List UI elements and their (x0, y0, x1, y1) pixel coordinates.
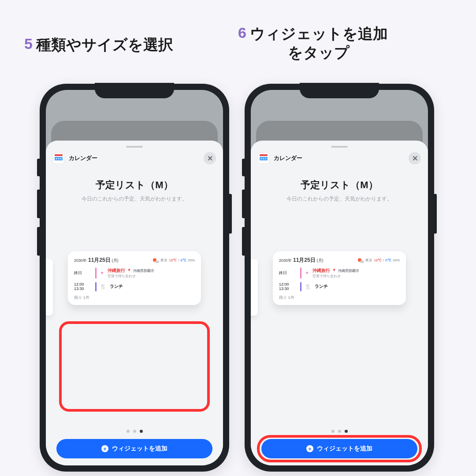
close-button[interactable]: ✕ (204, 152, 216, 164)
page-dot-active (345, 430, 348, 433)
weather-icon (153, 258, 159, 263)
step-number: 6 (238, 24, 246, 41)
previous-widget-peek (251, 259, 258, 316)
event-row: 12:00 13:30 🍴 ランチ (74, 282, 195, 291)
event-body: 沖縄旅行 📍 沖縄県那覇市 空港で待ち合わせ (312, 268, 359, 279)
step-text: ウィジェットを追加 をタップ (250, 24, 388, 62)
add-widget-button[interactable]: + ウィジェットを追加 (56, 439, 212, 458)
sparkle-icon: ✦ (100, 270, 104, 276)
step-6-heading: 6 ウィジェットを追加 をタップ (238, 24, 388, 62)
phone-side-button (434, 194, 437, 234)
plus-circle-icon: + (306, 445, 313, 452)
weather-icon (358, 258, 364, 263)
event-title: 沖縄旅行 📍 沖縄県那覇市 (108, 268, 154, 274)
fork-icon: 🍴 (305, 284, 311, 290)
location-pin-icon: 📍 (127, 269, 131, 273)
plus-circle-icon: + (101, 445, 108, 452)
event-title: 沖縄旅行 📍 沖縄県那覇市 (312, 268, 359, 274)
event-time: 終日 (74, 271, 92, 275)
phone-body: カレンダー ✕ 予定リスト（M） 今日のこれからの予定、天気がわかります。 20… (245, 84, 434, 472)
phone-screen: カレンダー ✕ 予定リスト（M） 今日のこれからの予定、天気がわかります。 20… (251, 90, 428, 465)
sparkle-icon: ✦ (305, 270, 309, 276)
app-name-label: カレンダー (274, 154, 302, 162)
event-time: 12:00 13:30 (74, 282, 92, 291)
calendar-app-icon (53, 152, 64, 164)
page-dot (338, 430, 341, 433)
temp-high: 18℃ (374, 258, 382, 262)
calendar-app-icon (258, 152, 269, 164)
event-row: 12:00 13:30 🍴 ランチ (279, 282, 400, 291)
temp-low: 6℃ (386, 258, 391, 262)
precip: 20% (393, 258, 400, 262)
sheet-header: カレンダー ✕ (251, 152, 428, 171)
event-row: 終日 ✦ 沖縄旅行 📍 沖縄県那覇市 空港で待ち合わせ (279, 268, 400, 279)
page-dot-active (140, 430, 143, 433)
event-time: 終日 (279, 271, 297, 275)
event-body: 沖縄旅行 📍 沖縄県那覇市 空港で待ち合わせ (108, 268, 154, 279)
temp-low: 6℃ (181, 258, 186, 262)
sheet-header: カレンダー ✕ (46, 152, 223, 171)
event-title: ランチ (110, 283, 123, 290)
page-dots[interactable] (251, 430, 428, 433)
preview-weather: 東京 18℃ / 6℃ 20% (153, 258, 195, 263)
phone-mockup-step5: カレンダー ✕ 予定リスト（M） 今日のこれからの予定、天気がわかります。 20… (40, 84, 229, 472)
event-location: 沖縄県那覇市 (133, 268, 154, 273)
event-title: ランチ (315, 283, 328, 290)
widget-title: 予定リスト（M） (251, 178, 428, 192)
sheet-grabber[interactable] (126, 146, 143, 148)
page-dot (331, 430, 335, 433)
step-text: 種類やサイズを選択 (36, 35, 173, 54)
event-color-bar (95, 268, 97, 279)
remaining-count: 残り 1件 (74, 295, 195, 301)
widget-preview-area[interactable]: 2030年 11月25日 (月) 東京 18℃ / 6℃ 20% (251, 242, 428, 344)
fork-icon: 🍴 (100, 284, 106, 290)
location-pin-icon: 📍 (332, 269, 336, 273)
close-button[interactable]: ✕ (409, 152, 421, 164)
page-dot (126, 430, 130, 433)
close-icon: ✕ (207, 154, 213, 163)
widget-preview-card: 2030年 11月25日 (月) 東京 18℃ / 6℃ 20% (273, 251, 406, 305)
widget-preview-card: 2030年 11月25日 (月) 東京 18℃ / 6℃ 20% (68, 251, 201, 305)
event-color-bar (95, 282, 97, 291)
widget-subtitle: 今日のこれからの予定、天気がわかります。 (251, 195, 428, 203)
widget-picker-sheet: カレンダー ✕ 予定リスト（M） 今日のこれからの予定、天気がわかります。 20… (251, 141, 428, 465)
remaining-count: 残り 1件 (279, 295, 400, 301)
add-widget-label: ウィジェットを追加 (317, 445, 372, 453)
close-icon: ✕ (412, 154, 418, 163)
preview-date: 2030年 11月25日 (月) (74, 257, 119, 264)
event-body: ランチ (315, 283, 328, 290)
event-color-bar (300, 282, 301, 291)
page-dots[interactable] (46, 430, 223, 433)
phone-notch (95, 83, 174, 98)
widget-preview-area[interactable]: 2030年 11月25日 (月) 東京 18℃ / 6℃ 20% (46, 242, 223, 344)
phone-notch (300, 83, 379, 98)
weather-location: 東京 (365, 258, 372, 263)
phone-mockup-step6: カレンダー ✕ 予定リスト（M） 今日のこれからの予定、天気がわかります。 20… (245, 84, 434, 472)
preview-top-row: 2030年 11月25日 (月) 東京 18℃ / 6℃ 20% (279, 257, 400, 264)
event-location: 沖縄県那覇市 (338, 268, 359, 273)
phone-body: カレンダー ✕ 予定リスト（M） 今日のこれからの予定、天気がわかります。 20… (40, 84, 229, 472)
temp-high: 18℃ (169, 258, 177, 262)
weather-location: 東京 (160, 258, 167, 263)
precip: 20% (188, 258, 195, 262)
event-row: 終日 ✦ 沖縄旅行 📍 沖縄県那覇市 空港で待ち合わせ (74, 268, 195, 279)
step-5-heading: 5 種類やサイズを選択 (24, 35, 173, 54)
add-widget-label: ウィジェットを追加 (112, 445, 167, 453)
preview-top-row: 2030年 11月25日 (月) 東京 18℃ / 6℃ 20% (74, 257, 195, 264)
previous-widget-peek (46, 259, 53, 316)
widget-subtitle: 今日のこれからの予定、天気がわかります。 (46, 195, 223, 203)
event-body: ランチ (110, 283, 123, 290)
widget-picker-sheet: カレンダー ✕ 予定リスト（M） 今日のこれからの予定、天気がわかります。 20… (46, 141, 223, 465)
event-color-bar (300, 268, 301, 279)
sheet-grabber[interactable] (331, 146, 348, 148)
event-note: 空港で待ち合わせ (108, 274, 154, 279)
preview-weather: 東京 18℃ / 6℃ 20% (358, 258, 400, 263)
phone-side-button (229, 194, 232, 234)
event-note: 空港で待ち合わせ (312, 274, 359, 279)
step-number: 5 (24, 35, 33, 52)
page-dot (133, 430, 136, 433)
phone-screen: カレンダー ✕ 予定リスト（M） 今日のこれからの予定、天気がわかります。 20… (46, 90, 223, 465)
preview-date: 2030年 11月25日 (月) (279, 257, 324, 264)
app-name-label: カレンダー (69, 154, 97, 162)
add-widget-button[interactable]: + ウィジェットを追加 (261, 439, 417, 458)
